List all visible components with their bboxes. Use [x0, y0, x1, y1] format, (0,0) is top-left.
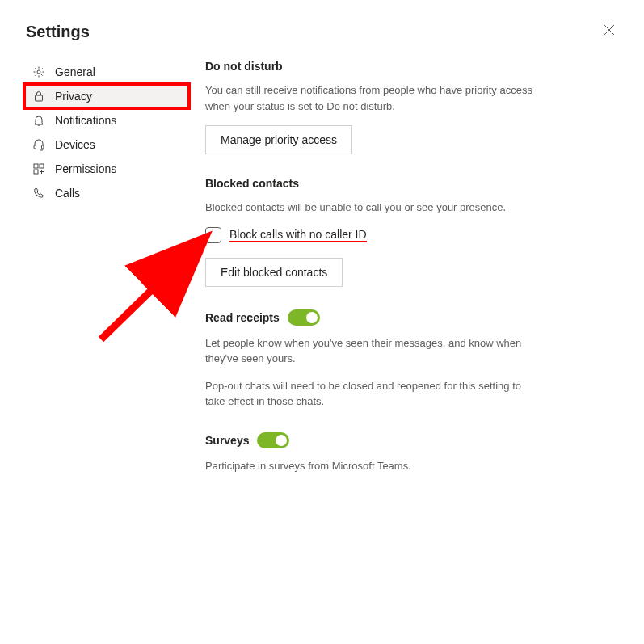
- page-title: Settings: [26, 23, 90, 41]
- sidebar-item-label: Privacy: [55, 90, 92, 103]
- highlight-annotation: [23, 82, 191, 110]
- section-description: You can still receive notifications from…: [205, 82, 535, 114]
- content-area: Do not disturb You can still receive not…: [187, 50, 535, 496]
- close-button[interactable]: [600, 21, 618, 42]
- sidebar-item-general[interactable]: General: [26, 60, 187, 84]
- section-dnd: Do not disturb You can still receive not…: [205, 60, 535, 154]
- section-heading: Do not disturb: [205, 60, 535, 73]
- sidebar-item-label: Calls: [55, 187, 80, 200]
- apps-icon: [32, 162, 45, 175]
- section-description: Blocked contacts will be unable to call …: [205, 200, 535, 216]
- read-receipts-label: Read receipts: [205, 311, 280, 324]
- manage-priority-access-button[interactable]: Manage priority access: [205, 125, 352, 154]
- block-no-caller-id-row: Block calls with no caller ID: [205, 227, 535, 243]
- svg-rect-5: [42, 145, 44, 149]
- sidebar-item-calls[interactable]: Calls: [26, 181, 187, 205]
- block-no-caller-id-checkbox[interactable]: [205, 227, 221, 243]
- section-blocked-contacts: Blocked contacts Blocked contacts will b…: [205, 177, 535, 287]
- surveys-label: Surveys: [205, 434, 249, 447]
- svg-rect-4: [34, 145, 36, 149]
- section-description-secondary: Pop-out chats will need to be closed and…: [205, 378, 535, 410]
- close-icon: [604, 24, 615, 36]
- section-heading: Surveys: [205, 432, 289, 448]
- svg-rect-3: [36, 95, 43, 101]
- sidebar-item-permissions[interactable]: Permissions: [26, 157, 187, 181]
- svg-point-2: [37, 70, 40, 74]
- edit-blocked-contacts-button[interactable]: Edit blocked contacts: [205, 258, 343, 287]
- sidebar-item-label: Devices: [55, 138, 95, 151]
- sidebar-item-label: Notifications: [55, 114, 116, 127]
- headset-icon: [32, 138, 45, 151]
- sidebar-item-label: Permissions: [55, 162, 116, 175]
- sidebar: General Privacy Notifications: [26, 50, 187, 496]
- phone-icon: [32, 187, 45, 200]
- section-description: Participate in surveys from Microsoft Te…: [205, 458, 535, 474]
- surveys-toggle[interactable]: [257, 432, 289, 448]
- bell-icon: [32, 114, 45, 127]
- lock-icon: [32, 90, 45, 103]
- svg-rect-7: [40, 164, 44, 168]
- sidebar-item-label: General: [55, 65, 95, 78]
- svg-rect-6: [34, 164, 38, 168]
- svg-rect-8: [34, 170, 38, 174]
- read-receipts-toggle[interactable]: [288, 309, 320, 326]
- section-heading: Read receipts: [205, 309, 320, 326]
- section-surveys: Surveys Participate in surveys from Micr…: [205, 432, 535, 474]
- section-description: Let people know when you've seen their m…: [205, 335, 535, 367]
- sidebar-item-devices[interactable]: Devices: [26, 133, 187, 157]
- gear-icon: [32, 65, 45, 78]
- section-read-receipts: Read receipts Let people know when you'v…: [205, 309, 535, 410]
- block-no-caller-id-label[interactable]: Block calls with no caller ID: [229, 228, 367, 242]
- section-heading: Blocked contacts: [205, 177, 535, 190]
- sidebar-item-privacy[interactable]: Privacy: [26, 84, 187, 108]
- sidebar-item-notifications[interactable]: Notifications: [26, 108, 187, 133]
